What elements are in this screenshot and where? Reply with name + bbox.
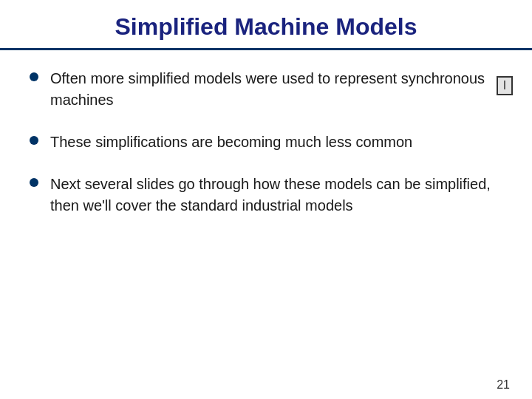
bullet-dot-1	[30, 72, 38, 81]
bullet-text-3: Next several slides go through how these…	[50, 174, 495, 216]
page-number: 21	[497, 378, 510, 392]
slide-footer: 21	[0, 374, 532, 399]
bullet-text-2: These simplifications are becoming much …	[50, 132, 495, 153]
bullet-item: These simplifications are becoming much …	[30, 132, 495, 153]
bullet-list: Often more simplified models were used t…	[30, 68, 495, 237]
bullet-text-1: Often more simplified models were used t…	[50, 68, 495, 111]
slide-body: Often more simplified models were used t…	[0, 50, 532, 374]
slide: Simplified Machine Models I Often more s…	[0, 0, 532, 399]
bullet-item: Next several slides go through how these…	[30, 174, 495, 216]
slide-title: Simplified Machine Models	[30, 13, 502, 41]
cursor-icon: I	[497, 76, 513, 95]
bullet-dot-2	[30, 136, 38, 145]
bullet-dot-3	[30, 178, 38, 187]
bullet-item: Often more simplified models were used t…	[30, 68, 495, 111]
slide-header: Simplified Machine Models	[0, 0, 532, 50]
